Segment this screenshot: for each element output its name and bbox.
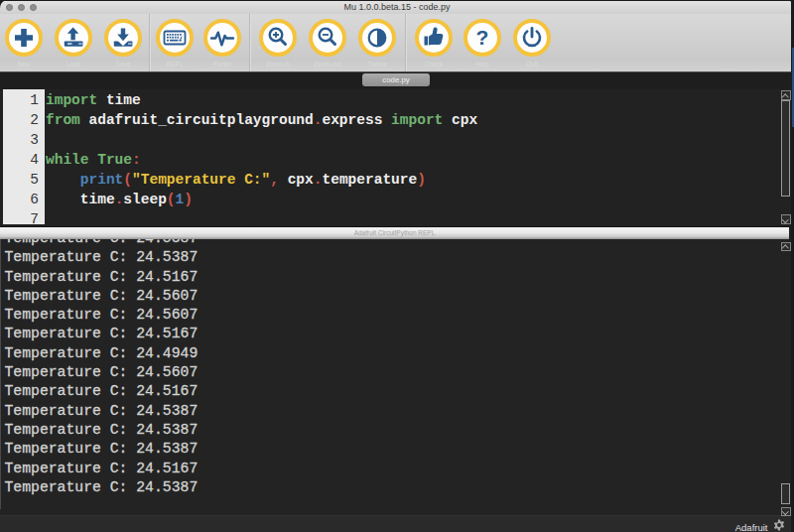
svg-text:?: ? — [476, 26, 489, 49]
